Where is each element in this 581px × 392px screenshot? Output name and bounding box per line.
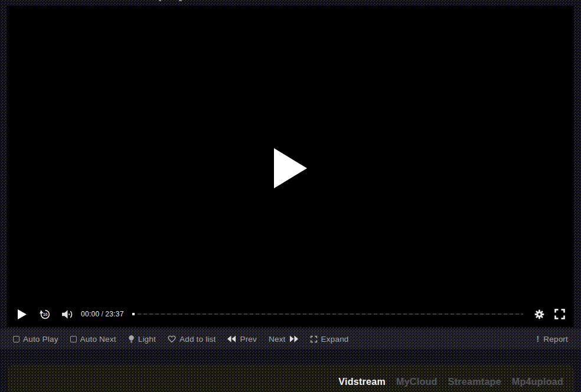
expand-label: Expand bbox=[321, 335, 349, 344]
time-separator: / bbox=[100, 310, 106, 318]
auto-next-toggle[interactable]: Auto Next bbox=[70, 335, 116, 344]
add-to-list-button[interactable]: Add to list bbox=[168, 335, 216, 344]
rewind-10-button[interactable]: 10 bbox=[39, 308, 51, 321]
server-tab-vidstream[interactable]: Vidstream bbox=[338, 377, 386, 387]
auto-play-checkbox-icon bbox=[13, 336, 19, 342]
expand-icon bbox=[310, 335, 318, 343]
fullscreen-icon bbox=[554, 308, 566, 320]
prev-episode-button[interactable]: Prev bbox=[227, 335, 257, 344]
next-episode-button[interactable]: Next bbox=[269, 335, 298, 344]
player-controls-bar: 10 00:00/23:37 bbox=[7, 303, 574, 325]
progress-track bbox=[138, 313, 523, 315]
lightbulb-icon bbox=[128, 335, 135, 344]
prev-label: Prev bbox=[240, 335, 257, 344]
play-button[interactable] bbox=[18, 309, 27, 319]
fullscreen-button[interactable] bbox=[554, 308, 566, 320]
time-display: 00:00/23:37 bbox=[81, 310, 124, 318]
current-time: 00:00 bbox=[81, 310, 100, 318]
expand-button[interactable]: Expand bbox=[310, 335, 349, 344]
volume-icon bbox=[61, 309, 74, 319]
progress-bar[interactable] bbox=[132, 310, 524, 318]
cut-off-text-remnant bbox=[159, 0, 161, 1]
report-button[interactable]: ! Report bbox=[536, 334, 568, 344]
video-player[interactable]: 10 00:00/23:37 bbox=[7, 6, 574, 327]
exclamation-icon: ! bbox=[536, 334, 539, 344]
auto-play-toggle[interactable]: Auto Play bbox=[13, 335, 58, 344]
auto-play-label: Auto Play bbox=[23, 335, 58, 344]
light-toggle[interactable]: Light bbox=[128, 335, 156, 344]
double-left-arrow-icon bbox=[227, 335, 236, 342]
auto-next-checkbox-icon bbox=[70, 336, 77, 342]
next-label: Next bbox=[269, 335, 286, 344]
gear-icon bbox=[534, 309, 545, 320]
player-toolbar: Auto Play Auto Next Light Add to list Pr… bbox=[0, 329, 581, 349]
playhead[interactable] bbox=[132, 313, 135, 315]
big-play-button[interactable] bbox=[274, 148, 307, 191]
server-tabs: Vidstream MyCloud Streamtape Mp4upload bbox=[334, 377, 564, 392]
page: { "player": { "controls": { "current_tim… bbox=[0, 0, 581, 392]
rewind-10-icon: 10 bbox=[39, 308, 51, 321]
report-label: Report bbox=[543, 335, 568, 344]
double-right-arrow-icon bbox=[289, 335, 298, 342]
auto-next-label: Auto Next bbox=[80, 335, 116, 344]
add-to-list-label: Add to list bbox=[179, 335, 216, 344]
volume-button[interactable] bbox=[61, 309, 74, 319]
duration: 23:37 bbox=[105, 310, 124, 318]
cut-off-text-remnant bbox=[179, 0, 182, 1]
play-icon bbox=[18, 309, 27, 319]
light-label: Light bbox=[138, 335, 156, 344]
play-icon bbox=[274, 148, 307, 188]
background-gap bbox=[0, 349, 581, 365]
server-tab-streamtape[interactable]: Streamtape bbox=[448, 377, 501, 387]
settings-button[interactable] bbox=[534, 309, 545, 320]
heart-icon bbox=[168, 335, 176, 343]
server-tab-mycloud[interactable]: MyCloud bbox=[396, 377, 438, 387]
svg-text:10: 10 bbox=[43, 312, 48, 316]
server-tab-mp4upload[interactable]: Mp4upload bbox=[512, 377, 563, 387]
content-panel: Vidstream MyCloud Streamtape Mp4upload bbox=[7, 365, 574, 392]
